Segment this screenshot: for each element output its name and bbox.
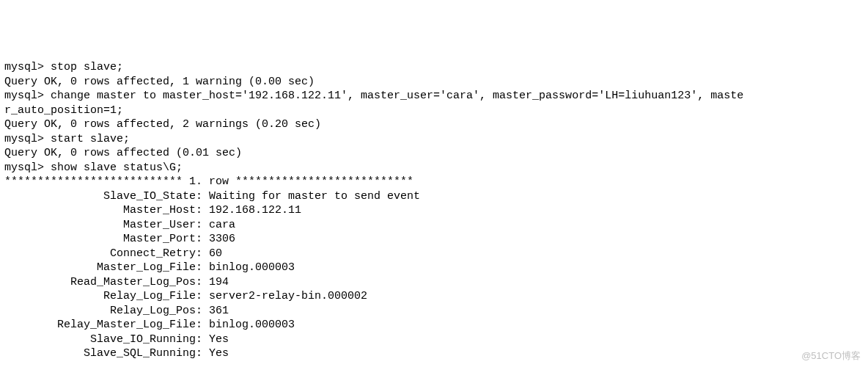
terminal-line: Master_User: cara <box>4 218 864 233</box>
terminal-line: mysql> show slave status\G; <box>4 161 864 175</box>
watermark-text: @51CTO博客 <box>801 350 861 363</box>
terminal-line: r_auto_position=1; <box>4 103 864 118</box>
terminal-line: mysql> change master to master_host='192… <box>4 89 864 103</box>
terminal-line: Relay_Master_Log_File: binlog.000003 <box>4 318 864 333</box>
terminal-line: Slave_IO_Running: Yes <box>4 333 864 347</box>
terminal-line: Slave_IO_State: Waiting for master to se… <box>4 189 864 204</box>
terminal-line: mysql> stop slave; <box>4 60 864 75</box>
terminal-line: Connect_Retry: 60 <box>4 247 864 261</box>
terminal-line: *************************** 1. row *****… <box>4 175 864 189</box>
terminal-line: mysql> start slave; <box>4 132 864 147</box>
terminal-line: Relay_Log_Pos: 361 <box>4 304 864 319</box>
terminal-line: Query OK, 0 rows affected (0.01 sec) <box>4 146 864 161</box>
terminal-output: mysql> stop slave;Query OK, 0 rows affec… <box>4 60 864 361</box>
terminal-line: Slave_SQL_Running: Yes <box>4 346 864 361</box>
terminal-line: Query OK, 0 rows affected, 1 warning (0.… <box>4 75 864 90</box>
terminal-line: Relay_Log_File: server2-relay-bin.000002 <box>4 289 864 304</box>
terminal-line: Read_Master_Log_Pos: 194 <box>4 275 864 290</box>
terminal-line: Master_Port: 3306 <box>4 232 864 247</box>
terminal-line: Query OK, 0 rows affected, 2 warnings (0… <box>4 117 864 132</box>
terminal-line: Master_Log_File: binlog.000003 <box>4 261 864 275</box>
terminal-line: Master_Host: 192.168.122.11 <box>4 203 864 218</box>
